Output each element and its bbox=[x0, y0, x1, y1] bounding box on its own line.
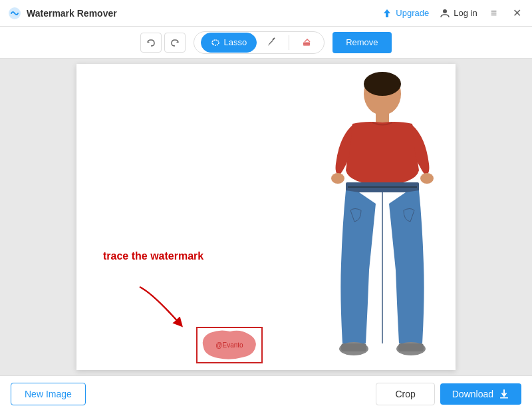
main-canvas-area: trace the watermark @Evanto bbox=[0, 59, 532, 375]
title-left: Watermark Remover bbox=[8, 7, 117, 20]
upgrade-icon bbox=[382, 8, 392, 19]
bottom-bar: New Image Crop Download bbox=[0, 375, 532, 412]
svg-line-4 bbox=[273, 38, 275, 40]
brush-icon bbox=[266, 37, 277, 48]
history-group bbox=[140, 33, 186, 53]
remove-button[interactable]: Remove bbox=[332, 32, 391, 53]
annotation-text: trace the watermark bbox=[103, 250, 203, 262]
login-button[interactable]: Log in bbox=[440, 8, 477, 19]
download-icon bbox=[499, 389, 509, 399]
selection-tools-group: Lasso bbox=[194, 31, 325, 54]
svg-rect-15 bbox=[341, 343, 366, 351]
new-image-button[interactable]: New Image bbox=[11, 383, 86, 405]
svg-point-8 bbox=[364, 72, 401, 96]
close-button[interactable]: ✕ bbox=[510, 5, 524, 21]
user-icon bbox=[440, 8, 450, 19]
menu-button[interactable]: ≡ bbox=[488, 6, 499, 21]
svg-rect-20 bbox=[500, 397, 508, 399]
svg-point-10 bbox=[331, 173, 344, 184]
redo-button[interactable] bbox=[164, 33, 186, 53]
watermark-blob: @Evanto bbox=[197, 327, 262, 361]
svg-text:@Evanto: @Evanto bbox=[215, 341, 243, 349]
app-title: Watermark Remover bbox=[27, 8, 117, 19]
svg-point-3 bbox=[212, 43, 213, 45]
title-bar: Watermark Remover Upgrade Log in ≡ ✕ bbox=[0, 0, 532, 27]
undo-icon bbox=[146, 37, 156, 48]
lasso-button[interactable]: Lasso bbox=[201, 33, 257, 53]
download-button[interactable]: Download bbox=[440, 383, 521, 405]
svg-point-1 bbox=[443, 9, 447, 13]
lasso-icon bbox=[211, 38, 220, 47]
eraser-button[interactable] bbox=[296, 33, 317, 53]
person-image bbox=[249, 64, 456, 370]
toolbar: Lasso Remove bbox=[0, 27, 532, 59]
app-icon bbox=[8, 7, 21, 20]
svg-point-11 bbox=[420, 173, 434, 184]
svg-rect-17 bbox=[398, 343, 424, 351]
eraser-icon bbox=[301, 37, 312, 48]
title-right: Upgrade Log in ≡ ✕ bbox=[382, 5, 524, 21]
redo-icon bbox=[170, 37, 180, 48]
separator bbox=[289, 35, 289, 50]
upgrade-button[interactable]: Upgrade bbox=[382, 8, 429, 19]
brush-button[interactable] bbox=[261, 33, 282, 53]
canvas-container[interactable]: trace the watermark @Evanto bbox=[76, 64, 456, 370]
crop-button[interactable]: Crop bbox=[376, 383, 434, 405]
undo-button[interactable] bbox=[140, 33, 162, 53]
bottom-right-actions: Crop Download bbox=[376, 383, 521, 405]
